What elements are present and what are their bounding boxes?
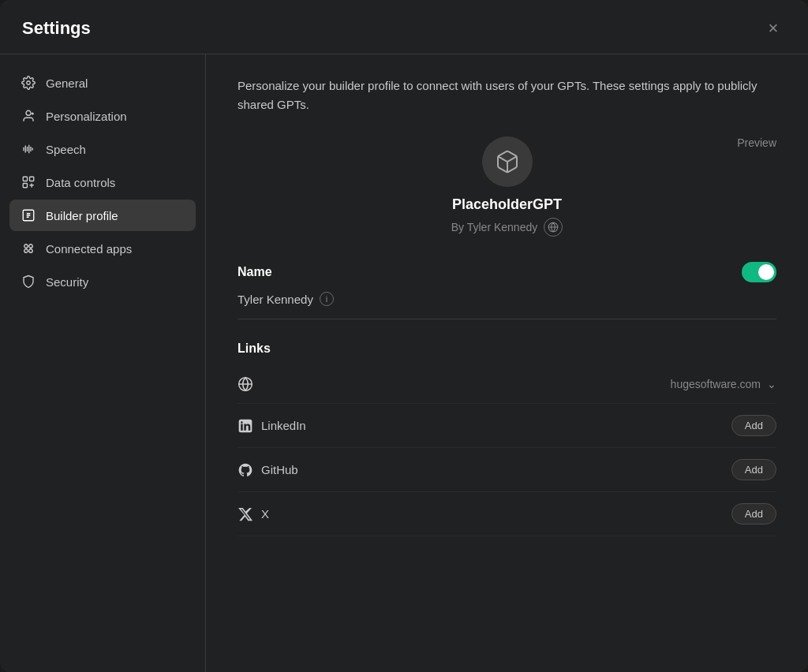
svg-point-14	[29, 245, 33, 248]
apps-icon	[21, 241, 36, 256]
github-link-row: GitHub Add	[238, 448, 776, 492]
github-add-button[interactable]: Add	[731, 459, 776, 480]
x-label: X	[261, 507, 269, 521]
sidebar-item-data-controls[interactable]: Data controls	[9, 166, 196, 198]
github-icon	[238, 462, 253, 478]
shield-icon	[21, 274, 36, 289]
data-icon	[21, 174, 36, 190]
linkedin-link-row: LinkedIn Add	[238, 404, 776, 448]
modal-title: Settings	[22, 18, 91, 39]
name-toggle[interactable]	[742, 262, 776, 282]
gpt-author-text: By Tyler Kennedy	[451, 221, 537, 233]
svg-point-13	[24, 245, 28, 248]
sidebar-label-data-controls: Data controls	[46, 176, 115, 189]
github-left: GitHub	[238, 462, 298, 478]
linkedin-left: LinkedIn	[238, 418, 306, 434]
name-section-header: Name	[238, 262, 776, 282]
gpt-name: PlaceholderGPT	[452, 196, 562, 213]
close-button[interactable]: ×	[761, 16, 786, 41]
name-label: Name	[238, 265, 272, 279]
svg-point-16	[29, 249, 33, 253]
svg-point-2	[32, 113, 34, 115]
sidebar-item-general[interactable]: General	[9, 67, 196, 99]
modal-body: General Personalization	[0, 54, 808, 672]
svg-point-1	[26, 110, 31, 115]
chevron-down-icon[interactable]: ⌄	[767, 378, 776, 390]
github-label: GitHub	[261, 463, 298, 476]
settings-modal: Settings × General	[0, 0, 808, 672]
preview-label: Preview	[737, 136, 776, 149]
sidebar-item-builder-profile[interactable]: Builder profile	[9, 200, 196, 231]
links-section: Links hugesoftware.c	[238, 342, 776, 536]
sidebar: General Personalization	[0, 54, 205, 672]
gpt-author-row: By Tyler Kennedy	[451, 218, 563, 237]
website-value: hugesoftware.com	[671, 378, 761, 390]
svg-rect-10	[23, 184, 27, 188]
x-add-button[interactable]: Add	[731, 503, 776, 525]
name-section: Name Tyler Kennedy i	[238, 262, 776, 319]
speech-icon	[21, 141, 36, 157]
links-section-header: Links	[238, 342, 776, 356]
linkedin-label: LinkedIn	[261, 419, 306, 432]
name-value-row: Tyler Kennedy i	[238, 292, 776, 319]
modal-header: Settings ×	[0, 0, 808, 54]
main-content: Personalize your builder profile to conn…	[205, 54, 808, 672]
website-globe-icon	[238, 376, 253, 392]
sidebar-item-security[interactable]: Security	[9, 266, 196, 297]
website-link-row: hugesoftware.com ⌄	[238, 365, 776, 404]
toggle-knob	[758, 264, 774, 280]
gear-icon	[21, 75, 36, 91]
website-right: hugesoftware.com ⌄	[671, 378, 776, 390]
info-icon[interactable]: i	[320, 292, 334, 306]
x-icon	[238, 506, 253, 522]
description-text: Personalize your builder profile to conn…	[238, 77, 776, 114]
sidebar-label-personalization: Personalization	[46, 110, 127, 123]
profile-preview: Preview PlaceholderGPT By Tyler Kennedy	[238, 136, 776, 237]
links-label: Links	[238, 342, 271, 356]
x-left: X	[238, 506, 269, 522]
svg-rect-9	[23, 177, 27, 181]
sidebar-item-connected-apps[interactable]: Connected apps	[9, 233, 196, 264]
sidebar-label-general: General	[46, 77, 88, 90]
x-link-row: X Add	[238, 492, 776, 536]
sidebar-label-builder-profile: Builder profile	[46, 209, 118, 222]
author-globe-icon[interactable]	[544, 218, 563, 237]
person-icon	[21, 108, 36, 124]
linkedin-add-button[interactable]: Add	[731, 415, 776, 436]
svg-point-0	[27, 81, 31, 85]
svg-rect-23	[241, 424, 243, 430]
website-left	[238, 376, 253, 392]
svg-point-24	[241, 421, 243, 424]
svg-rect-11	[30, 177, 34, 181]
linkedin-icon	[238, 418, 253, 434]
name-value: Tyler Kennedy	[238, 293, 313, 306]
builder-icon	[21, 207, 36, 223]
svg-point-15	[24, 249, 28, 253]
sidebar-label-security: Security	[46, 275, 88, 289]
sidebar-label-speech: Speech	[46, 143, 86, 156]
sidebar-item-speech[interactable]: Speech	[9, 133, 196, 165]
sidebar-item-personalization[interactable]: Personalization	[9, 100, 196, 132]
gpt-avatar	[482, 136, 533, 187]
sidebar-label-connected-apps: Connected apps	[46, 242, 132, 256]
